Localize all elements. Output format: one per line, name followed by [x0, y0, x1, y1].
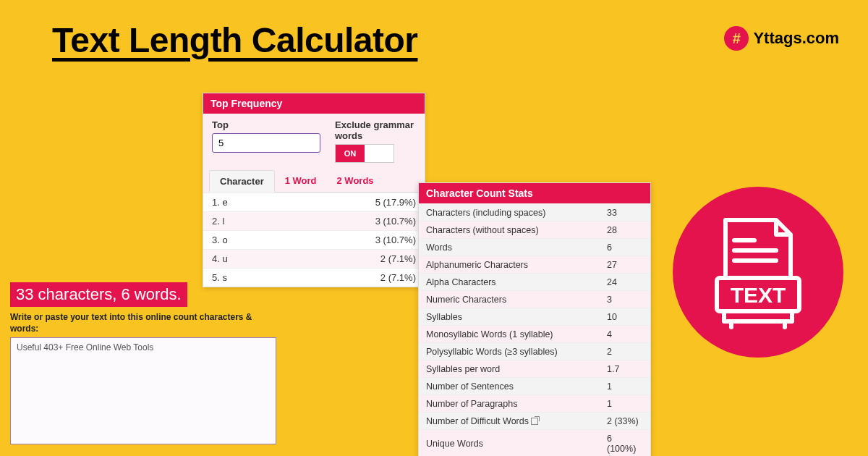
brand-name: Yttags.com [753, 29, 839, 48]
badge-text: TEXT [731, 283, 786, 307]
stats-header: Character Count Stats [419, 183, 650, 203]
tab-2-words[interactable]: 2 Words [327, 170, 384, 192]
table-row: Syllables10 [419, 308, 650, 326]
text-badge: TEXT [673, 187, 843, 358]
table-row: Monosyllabic Words (1 syllable)4 [419, 326, 650, 343]
table-row: Number of Sentences1 [419, 378, 650, 395]
exclude-grammar-toggle[interactable]: ON [335, 144, 394, 163]
external-link-icon[interactable] [531, 418, 538, 425]
brand[interactable]: # Yttags.com [724, 26, 839, 51]
table-row: Alphanumeric Characters27 [419, 256, 650, 274]
table-row: 3. o3 (10.7%) [203, 231, 425, 250]
top-frequency-panel: Top Frequency Top Exclude grammar words … [203, 93, 425, 287]
text-input[interactable] [10, 337, 276, 444]
top-input[interactable] [212, 133, 320, 153]
table-row: Words6 [419, 239, 650, 256]
table-row: Characters (without spaces)28 [419, 221, 650, 239]
text-file-icon: TEXT [704, 214, 812, 330]
counter-instruction: Write or paste your text into this onlin… [10, 311, 276, 334]
table-row: Polysyllabic Words (≥3 syllables)2 [419, 343, 650, 360]
top-label: Top [212, 119, 320, 130]
table-row: Characters (including spaces)33 [419, 204, 650, 221]
table-row: Number of Paragraphs1 [419, 395, 650, 413]
frequency-table: 1. e5 (17.9%) 2. l3 (10.7%) 3. o3 (10.7%… [203, 193, 425, 287]
table-row: 2. l3 (10.7%) [203, 212, 425, 231]
top-frequency-header: Top Frequency [203, 93, 425, 114]
toggle-on-label: ON [336, 145, 365, 162]
table-row: Unique Words6 (100%) [419, 430, 650, 457]
table-row: Syllables per word1.7 [419, 360, 650, 378]
stats-panel: Character Count Stats Characters (includ… [418, 182, 651, 456]
table-row: Numeric Characters3 [419, 291, 650, 308]
table-row: 1. e5 (17.9%) [203, 193, 425, 212]
table-row: 4. u2 (7.1%) [203, 250, 425, 269]
count-banner: 33 characters, 6 words. [10, 282, 187, 307]
stats-table: Characters (including spaces)33Character… [419, 203, 650, 456]
hashtag-icon: # [724, 26, 749, 51]
frequency-tabs: Character 1 Word 2 Words [209, 170, 419, 193]
tab-1-word[interactable]: 1 Word [275, 170, 327, 192]
table-row: Number of Difficult Words2 (33%) [419, 413, 650, 430]
counter-panel: 33 characters, 6 words. Write or paste y… [10, 282, 276, 447]
exclude-grammar-label: Exclude grammar words [335, 119, 416, 141]
table-row: Alpha Characters24 [419, 274, 650, 291]
page-title: Text Length Calculator [52, 20, 418, 60]
tab-character[interactable]: Character [209, 170, 275, 193]
